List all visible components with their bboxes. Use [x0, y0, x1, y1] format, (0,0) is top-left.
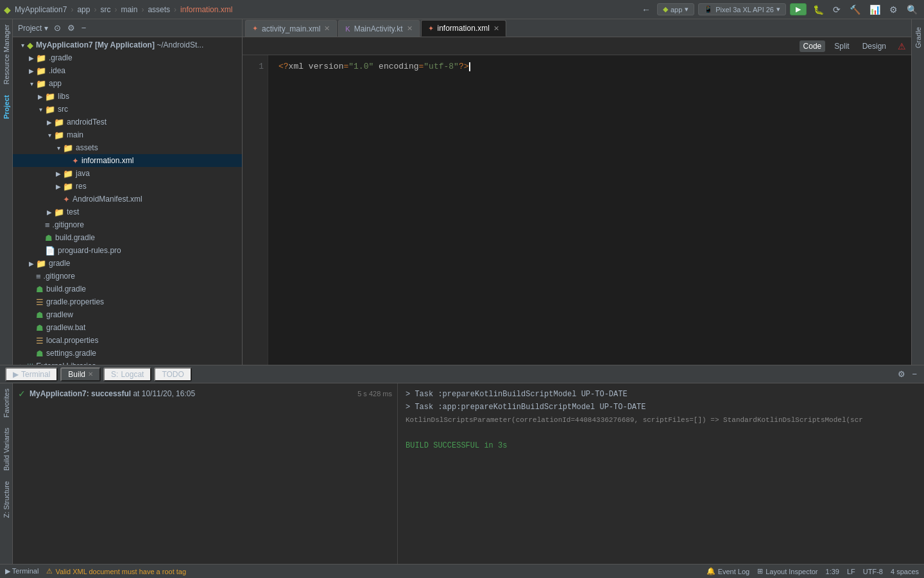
warning-text: Valid XML document must have a root tag [55, 568, 186, 575]
code-area[interactable]: <?xml version="1.0" encoding="utf-8"?> [268, 55, 911, 365]
project-settings-button[interactable]: ⚙ [65, 22, 77, 33]
close-tab-information[interactable]: ✕ [493, 24, 499, 33]
project-panel: Project ▾ ⊙ ⚙ − ▾ ◆ MyApplication7 [My A… [13, 19, 243, 365]
breadcrumb-main[interactable]: main [121, 5, 137, 14]
breadcrumb-src[interactable]: src [100, 5, 110, 14]
bottom-minimize-button[interactable]: − [910, 369, 919, 380]
tab-mainactivity-kt[interactable]: K MainActivity.kt ✕ [338, 20, 419, 37]
bottom-settings-button[interactable]: ⚙ [896, 369, 907, 380]
settings-button[interactable]: ⚙ [887, 3, 900, 16]
left-sidebar: Resource Manager Project [0, 19, 13, 365]
tree-item-androidmanifest[interactable]: ✦ AndroidManifest.xml [13, 193, 242, 206]
status-indent[interactable]: 4 spaces [891, 568, 919, 575]
xml-tab-icon-information: ✦ [428, 24, 434, 33]
event-log-icon: 🔔 [706, 567, 715, 575]
logcat-tab[interactable]: S: Logcat [103, 367, 151, 381]
tree-item-app[interactable]: ▾ 📁 app [13, 77, 242, 90]
status-layout-inspector[interactable]: ⊞ Layout Inspector [757, 567, 817, 575]
sidebar-item-build-variants[interactable]: Build Variants [1, 423, 12, 476]
folder-icon-main: 📁 [54, 130, 64, 140]
breadcrumb-app[interactable]: app [77, 5, 90, 14]
status-encoding[interactable]: UTF-8 [863, 568, 883, 575]
breadcrumb-assets[interactable]: assets [148, 5, 170, 14]
run-button[interactable]: ▶ [790, 3, 807, 15]
sidebar-item-structure[interactable]: Z: Structure [1, 476, 12, 523]
status-event-log[interactable]: 🔔 Event Log [706, 567, 750, 575]
view-split-button[interactable]: Split [830, 40, 853, 52]
tree-item-gradlew[interactable]: ☗ gradlew [13, 308, 242, 321]
search-button[interactable]: 🔍 [904, 3, 920, 16]
folder-icon-test: 📁 [54, 207, 64, 217]
tree-item-main[interactable]: ▾ 📁 main [13, 128, 242, 141]
back-button[interactable]: ← [639, 3, 653, 16]
top-toolbar: ◆ MyApplication7 › app › src › main › as… [0, 0, 924, 19]
tree-item-gradlew-bat[interactable]: ☗ gradlew.bat [13, 321, 242, 334]
close-tab-mainactivity[interactable]: ✕ [407, 24, 413, 33]
tree-item-build-gradle-app[interactable]: ☗ build.gradle [13, 231, 242, 244]
breadcrumb-sep-4: › [141, 5, 144, 14]
build-log-success: BUILD SUCCESSFUL in 3s [406, 440, 916, 451]
close-build-tab[interactable]: ✕ [88, 371, 93, 378]
status-terminal-icon[interactable]: ▶ Terminal [5, 567, 38, 575]
tree-item-java[interactable]: ▶ 📁 java [13, 167, 242, 180]
tree-item-local-properties[interactable]: ☰ local.properties [13, 334, 242, 347]
layout-inspector-icon: ⊞ [757, 567, 763, 575]
breadcrumb-sep-1: › [71, 5, 73, 14]
breadcrumb-file[interactable]: information.xml [180, 5, 232, 14]
tree-arrow-main: ▾ [45, 132, 54, 139]
folder-icon-src: 📁 [45, 105, 55, 114]
build-label: Build [68, 370, 85, 379]
tree-item-information-xml[interactable]: ✦ information.xml [13, 154, 242, 167]
project-header-icons: ⊙ ⚙ − [52, 22, 89, 33]
tab-activity-main-xml[interactable]: ✦ activity_main.xml ✕ [245, 20, 337, 37]
debug-button[interactable]: 🐛 [810, 3, 826, 16]
view-design-button[interactable]: Design [859, 40, 890, 52]
tree-item-idea[interactable]: ▶ 📁 .idea [13, 64, 242, 77]
terminal-tab[interactable]: ▶ Terminal [5, 367, 58, 381]
sidebar-item-resource-manager[interactable]: Resource Manager [1, 19, 12, 90]
status-position[interactable]: 1:39 [826, 568, 839, 575]
device-dropdown[interactable]: 📱 Pixel 3a XL API 26 ▾ [698, 3, 786, 15]
xml-file-icon-manifest: ✦ [63, 195, 70, 204]
sync-button[interactable]: ⟳ [830, 3, 843, 16]
bottom-left-labels: Favorites Build Variants Z: Structure [0, 383, 13, 564]
tree-arrow-androidtest: ▶ [45, 119, 54, 126]
run-config-dropdown[interactable]: ◆ app ▾ [657, 3, 694, 15]
project-dropdown[interactable]: Project ▾ [18, 24, 48, 33]
profile-button[interactable]: 📊 [867, 3, 883, 16]
tree-item-gradle-properties[interactable]: ☰ gradle.properties [13, 295, 242, 308]
tab-information-xml[interactable]: ✦ information.xml ✕ [421, 20, 506, 37]
tree-item-gitignore-app[interactable]: ≡ .gitignore [13, 218, 242, 231]
build-button[interactable]: 🔨 [847, 3, 863, 16]
tree-item-proguard[interactable]: 📄 proguard-rules.pro [13, 244, 242, 257]
tree-item-test[interactable]: ▶ 📁 test [13, 206, 242, 218]
tree-item-build-gradle-root[interactable]: ☗ build.gradle [13, 283, 242, 295]
build-result-item[interactable]: ✓ MyApplication7: successful at 10/11/20… [13, 386, 397, 401]
sidebar-item-project[interactable]: Project [1, 90, 12, 124]
tree-item-gradle-root[interactable]: ▶ 📁 .gradle [13, 51, 242, 64]
todo-tab[interactable]: TODO [154, 367, 191, 381]
sidebar-item-gradle[interactable]: Gradle [912, 22, 924, 53]
tree-item-assets[interactable]: ▾ 📁 assets [13, 141, 242, 154]
event-log-label: Event Log [718, 568, 750, 575]
tab-label-activity-main: activity_main.xml [262, 24, 320, 33]
run-config-label: app [671, 6, 682, 13]
tree-item-settings-gradle[interactable]: ☗ settings.gradle [13, 347, 242, 360]
build-result-time: at 10/11/20, 16:05 [133, 389, 195, 398]
close-tab-activity-main[interactable]: ✕ [324, 24, 330, 33]
tree-item-androidtest[interactable]: ▶ 📁 androidTest [13, 116, 242, 128]
status-line-ending[interactable]: LF [847, 568, 855, 575]
tree-item-gradle-folder[interactable]: ▶ 📁 gradle [13, 257, 242, 270]
tree-item-libs[interactable]: ▶ 📁 libs [13, 90, 242, 103]
tree-item-external-libraries[interactable]: ▶ ||| External Libraries [13, 360, 242, 365]
build-tab[interactable]: Build ✕ [60, 367, 101, 381]
tree-item-root[interactable]: ▾ ◆ MyApplication7 [My Application] ~/An… [13, 39, 242, 51]
tree-item-gitignore-root[interactable]: ≡ .gitignore [13, 270, 242, 283]
project-scope-button[interactable]: ⊙ [52, 22, 63, 33]
project-collapse-button[interactable]: − [80, 22, 89, 33]
tree-item-src[interactable]: ▾ 📁 src [13, 103, 242, 116]
tree-item-res[interactable]: ▶ 📁 res [13, 180, 242, 193]
view-code-button[interactable]: Code [800, 40, 826, 52]
app-icon: ◆ [4, 4, 11, 15]
sidebar-item-favorites[interactable]: Favorites [1, 383, 12, 423]
